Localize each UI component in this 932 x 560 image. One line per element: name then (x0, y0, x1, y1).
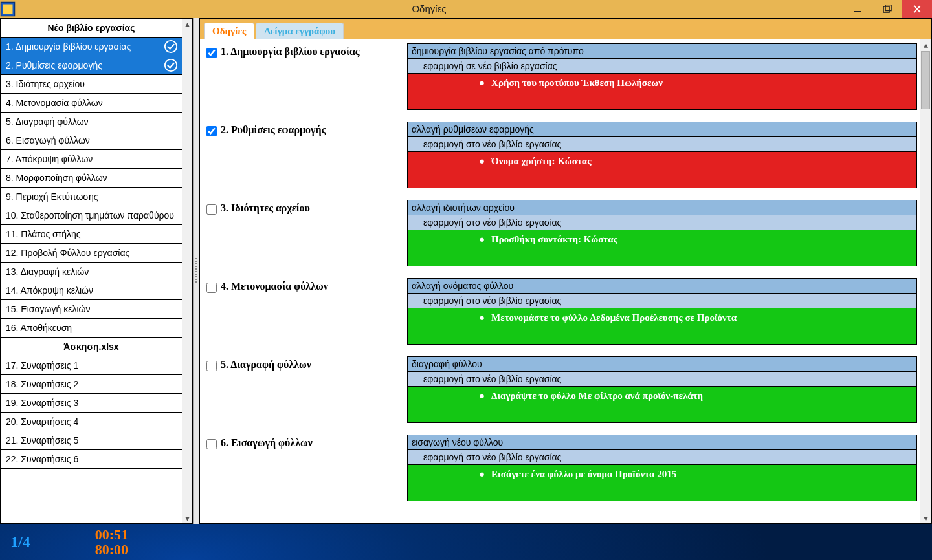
sidebar-item[interactable]: 6. Εισαγωγή φύλλων (1, 131, 182, 150)
step: 1. Δημιουργία βιβλίου εργασίαςδημιουργία… (203, 43, 917, 110)
scroll-down-icon[interactable]: ▾ (182, 513, 192, 523)
step-detail: ●Όνομα χρήστη: Κώστας (408, 152, 916, 188)
sidebar-item[interactable]: 9. Περιοχή Εκτύπωσης (1, 188, 182, 206)
sidebar-item[interactable]: 8. Μορφοποίηση φύλλων (1, 169, 182, 188)
step-detail-line: ●Εισάγετε ένα φύλλο με όνομα Προϊόντα 20… (479, 468, 913, 481)
sidebar-item-label: 12. Προβολή Φύλλου εργασίας (6, 248, 129, 258)
content: 1. Δημιουργία βιβλίου εργασίαςδημιουργία… (200, 39, 920, 523)
step-details: εισαγωγή νέου φύλλουεφαρμογή στο νέο βιβ… (407, 435, 917, 501)
step-title: 1. Δημιουργία βιβλίου εργασίας (221, 46, 360, 58)
step-title: 3. Ιδιότητες αρχείου (221, 202, 310, 214)
sidebar-item-label: 8. Μορφοποίηση φύλλων (6, 173, 107, 183)
step-header: εισαγωγή νέου φύλλου (408, 435, 916, 450)
step: 3. Ιδιότητες αρχείουαλλαγή ιδιοτήτων αρχ… (203, 200, 917, 266)
total-time: 80:00 (95, 542, 128, 557)
step-checkbox[interactable] (206, 204, 217, 215)
step: 4. Μετονομασία φύλλωναλλαγή ονόματος φύλ… (203, 278, 917, 345)
sidebar-item-label: 22. Συναρτήσεις 6 (6, 454, 78, 464)
step-header: δημιουργία βιβλίου εργασίας από πρότυπο (408, 44, 916, 59)
step-detail: ●Εισάγετε ένα φύλλο με όνομα Προϊόντα 20… (408, 465, 916, 501)
sidebar-item[interactable]: 10. Σταθεροποίηση τμημάτων παραθύρου (1, 206, 182, 225)
scrollbar-thumb[interactable] (921, 51, 930, 109)
step-header: αλλαγή ρυθμίσεων εφαρμογής (408, 122, 916, 137)
position-counter: 1/4 (10, 533, 30, 551)
step-header: διαγραφή φύλλου (408, 357, 916, 372)
timer: 00:51 80:00 (95, 527, 128, 557)
sidebar-item[interactable]: 4. Μετονομασία φύλλων (1, 94, 182, 113)
sidebar-item[interactable]: 15. Εισαγωγή κελιών (1, 300, 182, 319)
sidebar-item[interactable]: 17. Συναρτήσεις 1 (1, 356, 182, 375)
sidebar: Νέο βιβλίο εργασίας1. Δημιουργία βιβλίου… (0, 18, 193, 524)
step-title: 2. Ρυθμίσεις εφαρμογής (221, 124, 326, 136)
scroll-up-icon[interactable]: ▴ (920, 39, 931, 50)
step-subheader: εφαρμογή σε νέο βιβλίο εργασίας (408, 59, 916, 74)
sidebar-item[interactable]: 12. Προβολή Φύλλου εργασίας (1, 244, 182, 263)
splitter[interactable] (193, 18, 199, 524)
sidebar-item[interactable]: 1. Δημιουργία βιβλίου εργασίας (1, 38, 182, 56)
svg-rect-1 (3, 5, 13, 14)
sidebar-item[interactable]: 2. Ρυθμίσεις εφαρμογής (1, 56, 182, 75)
sidebar-item[interactable]: 16. Αποθήκευση (1, 319, 182, 338)
step-detail: ●Προσθήκη συντάκτη: Κώστας (408, 230, 916, 266)
sidebar-item[interactable]: 20. Συναρτήσεις 4 (1, 413, 182, 431)
check-circle-icon (164, 58, 178, 72)
sidebar-item-label: 10. Σταθεροποίηση τμημάτων παραθύρου (6, 210, 174, 221)
step-checkbox[interactable] (206, 283, 217, 293)
sidebar-header-exercise: Άσκηση.xlsx (1, 338, 182, 356)
sidebar-scrollbar[interactable]: ▴ ▾ (182, 19, 192, 523)
check-circle-icon (164, 39, 178, 54)
step-detail-line: ●Διαγράψτε το φύλλο Με φίλτρο ανά προϊόν… (479, 389, 913, 403)
sidebar-item-label: 2. Ρυθμίσεις εφαρμογής (6, 60, 102, 70)
main-panel: ΟδηγίεςΔείγμα εγγράφου 1. Δημιουργία βιβ… (199, 18, 932, 524)
sidebar-item-label: 19. Συναρτήσεις 3 (6, 398, 78, 408)
step-details: αλλαγή ονόματος φύλλουεφαρμογή στο νέο β… (407, 278, 917, 345)
sidebar-item[interactable]: 18. Συναρτήσεις 2 (1, 375, 182, 394)
step-detail-line: ●Μετονομάστε το φύλλο Δεδομένα Προέλευση… (479, 311, 913, 325)
sidebar-item-label: 11. Πλάτος στήλης (6, 229, 81, 239)
sidebar-item-label: 6. Εισαγωγή φύλλων (6, 135, 90, 145)
step: 5. Διαγραφή φύλλωνδιαγραφή φύλλουεφαρμογ… (203, 356, 917, 423)
step-subheader: εφαρμογή στο νέο βιβλίο εργασίας (408, 450, 916, 465)
step-checkbox[interactable] (206, 439, 217, 449)
sidebar-header-workbook: Νέο βιβλίο εργασίας (1, 19, 182, 38)
svg-rect-4 (885, 5, 891, 11)
sidebar-item[interactable]: 21. Συναρτήσεις 5 (1, 431, 182, 450)
step-details: αλλαγή ρυθμίσεων εφαρμογήςεφαρμογή στο ν… (407, 122, 917, 188)
sidebar-item[interactable]: 19. Συναρτήσεις 3 (1, 394, 182, 413)
content-scrollbar[interactable]: ▴ ▾ (920, 39, 931, 523)
sidebar-item-label: 13. Διαγραφή κελιών (6, 266, 89, 277)
step-details: δημιουργία βιβλίου εργασίας από πρότυποε… (407, 43, 917, 110)
sidebar-item[interactable]: 14. Απόκρυψη κελιών (1, 281, 182, 300)
sidebar-item-label: 5. Διαγραφή φύλλων (6, 116, 89, 127)
sidebar-item[interactable]: 3. Ιδιότητες αρχείου (1, 75, 182, 94)
step-title: 5. Διαγραφή φύλλων (221, 359, 311, 371)
sidebar-item[interactable]: 7. Απόκρυψη φύλλων (1, 150, 182, 169)
maximize-button[interactable] (872, 0, 902, 18)
svg-point-6 (165, 59, 177, 71)
sidebar-item[interactable]: 22. Συναρτήσεις 6 (1, 450, 182, 469)
minimize-button[interactable] (843, 0, 872, 18)
sidebar-item[interactable]: 11. Πλάτος στήλης (1, 225, 182, 244)
tab-sample[interactable]: Δείγμα εγγράφου (256, 23, 344, 39)
close-button[interactable] (902, 0, 932, 18)
step-subheader: εφαρμογή στο νέο βιβλίο εργασίας (408, 372, 916, 387)
step-header: αλλαγή ιδιοτήτων αρχείου (408, 200, 916, 215)
sidebar-item-label: 15. Εισαγωγή κελιών (6, 304, 90, 314)
tab-instructions[interactable]: Οδηγίες (204, 23, 254, 39)
step-checkbox[interactable] (206, 126, 217, 136)
step-detail: ●Διαγράψτε το φύλλο Με φίλτρο ανά προϊόν… (408, 387, 916, 422)
step-subheader: εφαρμογή στο νέο βιβλίο εργασίας (408, 215, 916, 230)
titlebar: Οδηγίες (0, 0, 932, 18)
sidebar-item-label: 20. Συναρτήσεις 4 (6, 416, 78, 427)
step-checkbox[interactable] (206, 361, 217, 371)
sidebar-item-label: 9. Περιοχή Εκτύπωσης (6, 191, 98, 202)
scroll-down-icon[interactable]: ▾ (920, 513, 931, 523)
scroll-up-icon[interactable]: ▴ (182, 19, 192, 29)
step-details: αλλαγή ιδιοτήτων αρχείουεφαρμογή στο νέο… (407, 200, 917, 266)
step-detail-line: ●Προσθήκη συντάκτη: Κώστας (479, 233, 913, 246)
step-checkbox[interactable] (206, 48, 217, 58)
step-detail-line: ●Όνομα χρήστη: Κώστας (479, 155, 913, 168)
sidebar-item[interactable]: 5. Διαγραφή φύλλων (1, 113, 182, 131)
sidebar-item[interactable]: 13. Διαγραφή κελιών (1, 263, 182, 281)
sidebar-item-label: 7. Απόκρυψη φύλλων (6, 154, 93, 164)
